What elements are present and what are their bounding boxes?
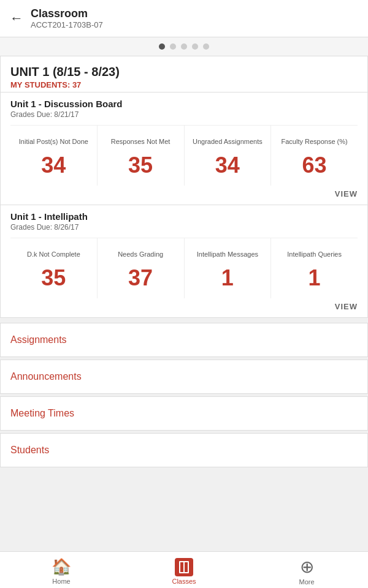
stat-label-intellipath-messages: Intellipath Messages <box>197 246 258 263</box>
stat-label-responses-not-met: Responses Not Met <box>111 133 171 150</box>
book-icon-inner <box>179 561 189 573</box>
unit-header: UNIT 1 (8/15 - 8/23) MY STUDENTS: 37 <box>1 56 367 92</box>
dot-1[interactable] <box>159 43 165 50</box>
pagination-dots <box>0 37 368 56</box>
more-icon: ⊕ <box>300 557 314 577</box>
stat-cell-needs-grading: Needs Grading 37 <box>98 238 185 298</box>
nav-item-classes[interactable]: Classes <box>159 558 209 585</box>
menu-item-students-label: Students <box>10 445 49 455</box>
menu-list: Assignments Announcements Meeting Times … <box>0 323 368 467</box>
stat-label-initial-posts: Initial Post(s) Not Done <box>19 133 88 150</box>
section-due-intellipath: Grades Due: 8/26/17 <box>10 223 358 232</box>
main-content: UNIT 1 (8/15 - 8/23) MY STUDENTS: 37 Uni… <box>0 56 368 551</box>
section-discussion: Unit 1 - Discussion Board Grades Due: 8/… <box>1 92 367 186</box>
stat-label-needs-grading: Needs Grading <box>118 246 163 263</box>
page-subtitle: ACCT201-1703B-07 <box>31 20 103 29</box>
stat-cell-responses-not-met: Responses Not Met 35 <box>98 126 185 186</box>
header: ← Classroom ACCT201-1703B-07 <box>0 0 368 37</box>
stat-cell-ungraded: Ungraded Assignments 34 <box>185 126 272 186</box>
stat-value-needs-grading: 37 <box>128 265 153 291</box>
view-link-intellipath[interactable]: VIEW <box>335 302 358 311</box>
menu-item-meeting-times-label: Meeting Times <box>10 408 74 418</box>
section-title-intellipath: Unit 1 - Intellipath <box>10 211 358 222</box>
unit-students: MY STUDENTS: 37 <box>10 80 358 89</box>
view-row-intellipath: VIEW <box>1 298 367 317</box>
section-title-discussion: Unit 1 - Discussion Board <box>10 99 358 109</box>
stat-cell-intellipath-messages: Intellipath Messages 1 <box>185 238 272 298</box>
bottom-nav: 🏠 Home Classes ⊕ More <box>0 551 368 588</box>
menu-item-announcements-label: Announcements <box>10 371 82 382</box>
stat-label-faculty-response: Faculty Response (%) <box>282 133 348 150</box>
page-title: Classroom <box>31 7 103 20</box>
dot-5[interactable] <box>203 43 209 50</box>
home-icon: 🏠 <box>52 557 71 576</box>
students-label: MY STUDENTS: <box>10 80 70 89</box>
stat-label-ungraded: Ungraded Assignments <box>193 133 263 150</box>
stat-cell-intellipath-queries: Intellipath Queries 1 <box>271 238 358 298</box>
stat-cell-initial-posts: Initial Post(s) Not Done 34 <box>10 126 98 186</box>
stats-grid-discussion: Initial Post(s) Not Done 34 Responses No… <box>10 125 358 186</box>
menu-item-announcements[interactable]: Announcements <box>0 360 368 394</box>
dot-2[interactable] <box>170 43 176 50</box>
students-count: 37 <box>72 80 81 89</box>
stat-value-responses-not-met: 35 <box>128 153 153 178</box>
unit-card: UNIT 1 (8/15 - 8/23) MY STUDENTS: 37 Uni… <box>0 56 368 318</box>
book-icon <box>175 558 193 576</box>
menu-item-assignments[interactable]: Assignments <box>0 323 368 357</box>
stat-label-dk-not-complete: D.k Not Complete <box>27 246 80 263</box>
dot-4[interactable] <box>192 43 198 50</box>
stat-value-intellipath-queries: 1 <box>309 265 321 291</box>
stat-label-intellipath-queries: Intellipath Queries <box>287 246 342 263</box>
header-title-block: Classroom ACCT201-1703B-07 <box>31 7 103 29</box>
stat-value-faculty-response: 63 <box>302 153 327 178</box>
unit-title: UNIT 1 (8/15 - 8/23) <box>10 65 358 79</box>
nav-item-more[interactable]: ⊕ More <box>282 557 331 586</box>
stat-value-intellipath-messages: 1 <box>221 265 234 291</box>
nav-label-more: More <box>299 578 314 586</box>
section-intellipath: Unit 1 - Intellipath Grades Due: 8/26/17… <box>1 205 367 298</box>
menu-item-meeting-times[interactable]: Meeting Times <box>0 396 368 431</box>
stat-value-ungraded: 34 <box>215 153 240 178</box>
menu-item-assignments-label: Assignments <box>10 334 67 345</box>
section-due-discussion: Grades Due: 8/21/17 <box>10 110 358 119</box>
menu-item-students[interactable]: Students <box>0 433 368 467</box>
stats-grid-intellipath: D.k Not Complete 35 Needs Grading 37 Int… <box>10 238 358 298</box>
nav-label-classes: Classes <box>172 578 196 585</box>
stat-cell-dk-not-complete: D.k Not Complete 35 <box>10 238 98 298</box>
back-button[interactable]: ← <box>10 10 23 26</box>
stat-value-initial-posts: 34 <box>41 153 66 178</box>
nav-item-home[interactable]: 🏠 Home <box>37 557 86 585</box>
dot-3[interactable] <box>181 43 187 50</box>
stat-value-dk-not-complete: 35 <box>41 265 66 291</box>
view-row-discussion: VIEW <box>1 186 367 205</box>
view-link-discussion[interactable]: VIEW <box>335 189 358 198</box>
stat-cell-faculty-response: Faculty Response (%) 63 <box>271 126 358 186</box>
nav-label-home: Home <box>52 578 70 585</box>
